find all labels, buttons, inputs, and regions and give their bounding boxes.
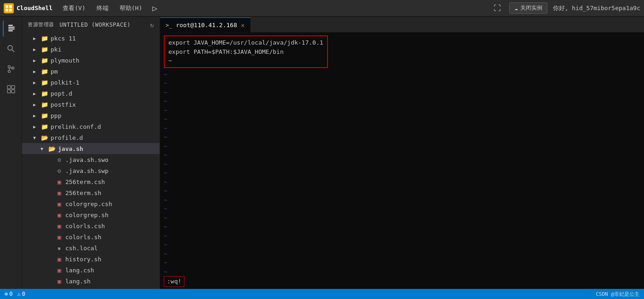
sh-file-icon: ▣ bbox=[55, 211, 63, 219]
tilde-17: ~ bbox=[164, 213, 640, 223]
vim-line-2: export PATH=$PATH:$JAVA_HOME/bin bbox=[168, 47, 323, 57]
tree-item-pkcs11[interactable]: ▶ 📁 pkcs 11 bbox=[22, 33, 160, 44]
tree-label-postfix: postfix bbox=[51, 101, 76, 108]
tree-item-ppp[interactable]: ▶ 📁 ppp bbox=[22, 110, 160, 121]
tree-item-langsh[interactable]: ▶ ▣ lang.sh bbox=[22, 276, 160, 287]
spacer: ▶ bbox=[48, 190, 55, 196]
tree-item-langcsh[interactable]: ▶ ▣ lang.csh bbox=[22, 264, 160, 276]
tree-label-colorgrepcsh: colorgrep.csh bbox=[65, 201, 112, 207]
svg-point-8 bbox=[8, 46, 12, 50]
svg-rect-6 bbox=[8, 29, 15, 29]
main-layout: 资源管理器 UNTITLED (WORKSPACE) ↻ ▶ 📁 pkcs 11… bbox=[0, 17, 644, 299]
tree-item-colorgrepcsh[interactable]: ▶ ▣ colorgrep.csh bbox=[22, 198, 160, 209]
search-icon[interactable] bbox=[3, 40, 19, 57]
expand-arrow: ▼ bbox=[33, 135, 40, 140]
warning-count: ⚠ 0 bbox=[17, 291, 25, 297]
svg-rect-3 bbox=[9, 9, 12, 12]
tree-item-colorlssh[interactable]: ▶ ▣ colorls.sh bbox=[22, 231, 160, 242]
svg-rect-0 bbox=[6, 5, 8, 8]
tree-item-poptd[interactable]: ▶ 📁 popt.d bbox=[22, 88, 160, 99]
vim-line-1: export JAVA_HOME=/usr/local/java/jdk-17.… bbox=[168, 38, 323, 47]
folder-icon: 📁 bbox=[40, 89, 49, 98]
extensions-icon[interactable] bbox=[3, 81, 19, 98]
tree-label-profiled: profile.d bbox=[51, 134, 83, 141]
collapse-arrow: ▶ bbox=[33, 80, 40, 85]
tree-item-colorgrepsh[interactable]: ▶ ▣ colorgrep.sh bbox=[22, 209, 160, 220]
vim-line-tilde: ~ bbox=[168, 56, 323, 65]
tab-close-button[interactable]: × bbox=[241, 22, 245, 29]
vim-cmd-box[interactable]: :wq! bbox=[164, 276, 184, 287]
svg-rect-15 bbox=[12, 86, 15, 89]
tree-item-javaswo[interactable]: ▶ ⚙ .java.sh.swo bbox=[22, 154, 160, 165]
tree-item-prelink[interactable]: ▶ 📁 prelink.conf.d bbox=[22, 121, 160, 132]
collapse-arrow: ▶ bbox=[33, 124, 40, 129]
terminal-body[interactable]: export JAVA_HOME=/usr/local/java/jdk-17.… bbox=[160, 33, 644, 299]
tree-label-pm: pm bbox=[51, 68, 58, 75]
tree-item-cshlocal[interactable]: ▶ ▪ csh.local bbox=[22, 242, 160, 253]
logo: CloudShell bbox=[4, 3, 52, 13]
tilde-6: ~ bbox=[164, 115, 640, 124]
tree-label-plymouth: plymouth bbox=[51, 57, 80, 64]
tree-item-plymouth[interactable]: ▶ 📁 plymouth bbox=[22, 55, 160, 66]
spacer: ▶ bbox=[48, 235, 55, 240]
explorer-icon[interactable] bbox=[3, 20, 19, 37]
tree-item-256termcsh[interactable]: ▶ ▣ 256term.csh bbox=[22, 176, 160, 187]
error-icon: ⊗ bbox=[5, 291, 8, 297]
tree-label-cshlocal: csh.local bbox=[65, 245, 98, 252]
folder-icon: 📁 bbox=[40, 67, 49, 75]
file-icon: ▪ bbox=[55, 244, 63, 252]
collapse-arrow: ▶ bbox=[33, 113, 40, 118]
tree-item-historysh[interactable]: ▶ ▣ history.sh bbox=[22, 253, 160, 264]
tree-item-javaswp[interactable]: ▶ ⚙ .java.sh.swp bbox=[22, 165, 160, 176]
git-icon[interactable] bbox=[3, 61, 19, 77]
tree-label-ppp: ppp bbox=[51, 112, 61, 119]
tree-item-pki[interactable]: ▶ 📁 pki bbox=[22, 44, 160, 55]
collapse-arrow: ▶ bbox=[33, 102, 40, 107]
svg-rect-5 bbox=[8, 27, 15, 28]
tilde-15: ~ bbox=[164, 196, 640, 205]
tree-item-postfix[interactable]: ▶ 📁 postfix bbox=[22, 99, 160, 110]
svg-rect-14 bbox=[7, 86, 11, 89]
tilde-12: ~ bbox=[164, 168, 640, 178]
terminal-area: >_ root@110.41.2.168 × export JAVA_HOME=… bbox=[160, 17, 644, 299]
file-tree: ▶ 📁 pkcs 11 ▶ 📁 pki ▶ 📁 plymouth ▶ 📁 pm bbox=[22, 33, 160, 299]
sidebar-header: 资源管理器 UNTITLED (WORKSPACE) ↻ bbox=[22, 17, 160, 33]
svg-rect-4 bbox=[8, 25, 13, 26]
terminal-tabs: >_ root@110.41.2.168 × bbox=[160, 17, 644, 33]
tree-item-profiled[interactable]: ▼ 📂 profile.d bbox=[22, 132, 160, 143]
spacer: ▶ bbox=[48, 257, 55, 262]
expand-button[interactable]: ⛶ bbox=[491, 3, 504, 13]
folder-icon: 📁 bbox=[40, 122, 49, 131]
refresh-icon[interactable]: ↻ bbox=[150, 21, 154, 29]
tilde-14: ~ bbox=[164, 186, 640, 196]
svg-point-10 bbox=[8, 66, 10, 68]
tilde-5: ~ bbox=[164, 106, 640, 115]
tilde-18: ~ bbox=[164, 222, 640, 231]
tree-label-prelink: prelink.conf.d bbox=[51, 123, 101, 130]
sh-file-icon: ▣ bbox=[55, 233, 63, 241]
tree-item-256termsh[interactable]: ▶ ▣ 256term.sh bbox=[22, 187, 160, 198]
close-instance-button[interactable]: ☁ 关闭实例 bbox=[509, 2, 547, 14]
menu-help[interactable]: 帮助(H) bbox=[115, 2, 147, 14]
tree-label-langsh: lang.sh bbox=[65, 278, 91, 285]
tree-item-colorlscsh[interactable]: ▶ ▣ colorls.csh bbox=[22, 220, 160, 231]
terminal-icon: >_ bbox=[166, 22, 172, 29]
menu-view[interactable]: 查看(V) bbox=[58, 2, 90, 14]
menu-terminal[interactable]: 终端 bbox=[92, 2, 113, 14]
folder-icon: 📁 bbox=[40, 111, 49, 120]
sidebar: 资源管理器 UNTITLED (WORKSPACE) ↻ ▶ 📁 pkcs 11… bbox=[22, 17, 160, 299]
tree-item-pm[interactable]: ▶ 📁 pm bbox=[22, 66, 160, 77]
tree-item-javash[interactable]: ▼ 📂 java.sh bbox=[22, 143, 160, 154]
tilde-4: ~ bbox=[164, 97, 640, 106]
terminal-tab-root[interactable]: >_ root@110.41.2.168 × bbox=[160, 17, 251, 32]
tree-item-polkit1[interactable]: ▶ 📁 polkit-1 bbox=[22, 77, 160, 88]
run-icon[interactable]: ▷ bbox=[152, 3, 157, 13]
tilde-1: ~ bbox=[164, 70, 640, 79]
tree-label-256termcsh: 256term.csh bbox=[65, 178, 105, 185]
collapse-arrow: ▶ bbox=[33, 58, 40, 63]
logo-icon bbox=[4, 3, 14, 13]
spacer: ▶ bbox=[48, 179, 55, 184]
collapse-arrow: ▶ bbox=[33, 69, 40, 74]
feedback-label: CSDN @非妃是公主 bbox=[596, 291, 639, 298]
folder-icon: 📁 bbox=[40, 45, 49, 53]
